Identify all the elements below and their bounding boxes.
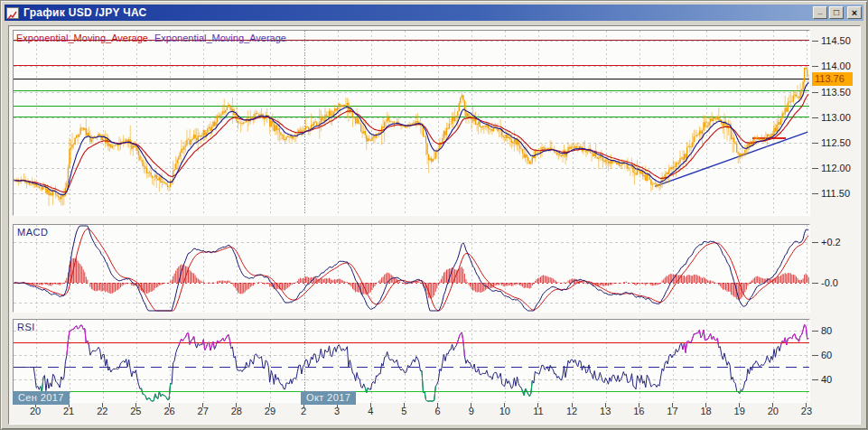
date-label: 20 bbox=[23, 406, 48, 417]
date-label: 17 bbox=[659, 406, 685, 417]
scale-tick-label: 112.50 bbox=[812, 137, 851, 149]
rsi-grid bbox=[14, 320, 809, 402]
date-label: 19 bbox=[727, 406, 752, 417]
scale-tick-label: 114.50 bbox=[812, 35, 851, 47]
maximize-button[interactable]: □ bbox=[829, 6, 844, 19]
macd-panel[interactable]: MACD bbox=[13, 224, 810, 313]
date-label: 18 bbox=[694, 406, 719, 417]
rsi-levels bbox=[14, 343, 809, 392]
macd-plot[interactable] bbox=[14, 225, 809, 312]
date-label: 16 bbox=[626, 406, 651, 417]
date-label: 25 bbox=[123, 406, 148, 417]
grid-lines bbox=[14, 31, 809, 215]
trendline bbox=[655, 132, 807, 186]
date-label: 6 bbox=[425, 406, 451, 417]
line-chart-icon bbox=[6, 7, 19, 19]
ema-label-1: Exponential_Moving_Average bbox=[16, 33, 148, 43]
close-button[interactable]: × bbox=[847, 6, 862, 19]
ema-lines bbox=[14, 82, 808, 194]
scale-tick-label: 113.00 bbox=[812, 112, 851, 124]
date-label: 12 bbox=[559, 406, 584, 417]
main-price-chart[interactable]: Exponential_Moving_AverageExponential_Mo… bbox=[13, 30, 810, 216]
date-label: 23 bbox=[794, 406, 819, 417]
date-label: 4 bbox=[358, 406, 383, 417]
date-label: 21 bbox=[56, 406, 81, 417]
macd-grid bbox=[14, 225, 809, 312]
date-label: 29 bbox=[257, 406, 283, 417]
minimize-button[interactable]: _ bbox=[813, 6, 827, 19]
scale-tick-label: +0.2 bbox=[812, 237, 841, 248]
rsi-panel[interactable]: RSI bbox=[13, 319, 810, 403]
macd-label: MACD bbox=[17, 227, 48, 238]
ema-label-2: Exponential_Moving_Average bbox=[154, 33, 286, 43]
candles bbox=[14, 68, 808, 207]
date-label: 10 bbox=[492, 406, 518, 417]
macd-lines bbox=[14, 226, 808, 311]
scale-tick-label: 40 bbox=[812, 374, 832, 386]
window-title: График USD /JPY ЧАС bbox=[23, 6, 813, 19]
date-label: 28 bbox=[224, 406, 249, 417]
title-bar[interactable]: График USD /JPY ЧАС _ □ × bbox=[5, 5, 863, 21]
scale-tick-label: 80 bbox=[812, 325, 832, 337]
date-label: 11 bbox=[526, 406, 551, 417]
scale-tick-label: 114.00 bbox=[812, 61, 851, 72]
date-label: 27 bbox=[191, 406, 216, 417]
current-price-tag: 113.76 bbox=[812, 72, 853, 86]
chart-content: Exponential_Moving_AverageExponential_Mo… bbox=[8, 25, 861, 425]
month-badge-sep: Сен 2017 bbox=[13, 391, 70, 405]
scale-tick-label: 60 bbox=[812, 350, 832, 361]
indicator-labels: Exponential_Moving_AverageExponential_Mo… bbox=[16, 33, 293, 43]
price-scale[interactable]: 113.76 114.50114.00113.50113.00112.50112… bbox=[812, 26, 861, 424]
date-label: 20 bbox=[761, 406, 786, 417]
date-label: 9 bbox=[459, 406, 484, 417]
rsi-label: RSI bbox=[17, 322, 35, 332]
date-label: 2 bbox=[291, 406, 316, 417]
date-label: 26 bbox=[157, 406, 182, 417]
month-badge-oct: Окт 2017 bbox=[301, 391, 356, 405]
rsi-line bbox=[14, 324, 808, 401]
date-label: 5 bbox=[391, 406, 416, 417]
scale-tick-label: 113.50 bbox=[812, 87, 851, 98]
scale-tick-label: -0.0 bbox=[812, 277, 838, 289]
scale-tick-label: 112.00 bbox=[812, 163, 851, 174]
chart-window: График USD /JPY ЧАС _ □ × Exponential_Mo… bbox=[0, 0, 868, 430]
date-label: 3 bbox=[324, 406, 350, 417]
candlestick-plot[interactable] bbox=[14, 31, 809, 215]
date-label: 22 bbox=[89, 406, 115, 417]
level-lines bbox=[14, 40, 809, 117]
rsi-plot[interactable] bbox=[14, 320, 809, 402]
scale-tick-label: 111.50 bbox=[812, 188, 850, 200]
date-label: 13 bbox=[593, 406, 618, 417]
